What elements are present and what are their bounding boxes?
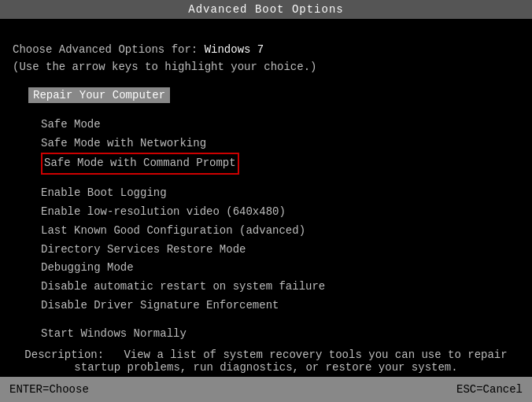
- esc-cancel-label: ESC=Cancel: [456, 383, 523, 396]
- description-label: Description:: [24, 349, 104, 361]
- description-line2: startup problems, run diagnostics, or re…: [13, 361, 519, 374]
- description-block: Description: View a list of system recov…: [0, 349, 532, 374]
- choose-instruction: (Use the arrow keys to highlight your ch…: [13, 61, 316, 73]
- bottom-bar: ENTER=Choose ESC=Cancel: [0, 377, 532, 402]
- safe-mode-command-prompt-highlight: Safe Mode with Command Prompt: [41, 153, 239, 175]
- menu-section-2: Enable Boot Logging Enable low-resolutio…: [41, 184, 519, 315]
- enable-low-res-item[interactable]: Enable low-resolution video (640x480): [41, 203, 519, 222]
- enable-boot-logging-item[interactable]: Enable Boot Logging: [41, 184, 519, 203]
- safe-mode-item[interactable]: Safe Mode: [41, 116, 519, 135]
- menu-section-1: Safe Mode Safe Mode with Networking Safe…: [41, 116, 519, 175]
- last-known-good-item[interactable]: Last Known Good Configuration (advanced): [41, 222, 519, 241]
- debugging-mode-item[interactable]: Debugging Mode: [41, 259, 519, 278]
- disable-driver-signature-item[interactable]: Disable Driver Signature Enforcement: [41, 297, 519, 315]
- safe-mode-command-prompt-item[interactable]: Safe Mode with Command Prompt: [41, 153, 519, 175]
- directory-services-item[interactable]: Directory Services Restore Mode: [41, 241, 519, 260]
- description-line1: Description: View a list of system recov…: [13, 349, 519, 361]
- repair-computer-option[interactable]: Repair Your Computer: [13, 76, 519, 111]
- start-windows-normally-item[interactable]: Start Windows Normally: [41, 325, 519, 344]
- windows-version: Windows 7: [205, 43, 264, 56]
- enter-choose-label: ENTER=Choose: [9, 383, 89, 396]
- repair-computer-label[interactable]: Repair Your Computer: [28, 87, 170, 103]
- disable-restart-item[interactable]: Disable automatic restart on system fail…: [41, 278, 519, 297]
- description-text-line2: startup problems, run diagnostics, or re…: [74, 361, 457, 374]
- title-bar: Advanced Boot Options: [0, 0, 532, 19]
- menu-section-3: Start Windows Normally: [41, 325, 519, 344]
- choose-text: Choose Advanced Options for: Windows 7 (…: [13, 41, 519, 76]
- description-text-line1: View a list of system recovery tools you…: [124, 349, 507, 361]
- main-content: Choose Advanced Options for: Windows 7 (…: [0, 19, 532, 344]
- choose-prefix: Choose Advanced Options for:: [13, 43, 205, 56]
- safe-mode-networking-item[interactable]: Safe Mode with Networking: [41, 135, 519, 153]
